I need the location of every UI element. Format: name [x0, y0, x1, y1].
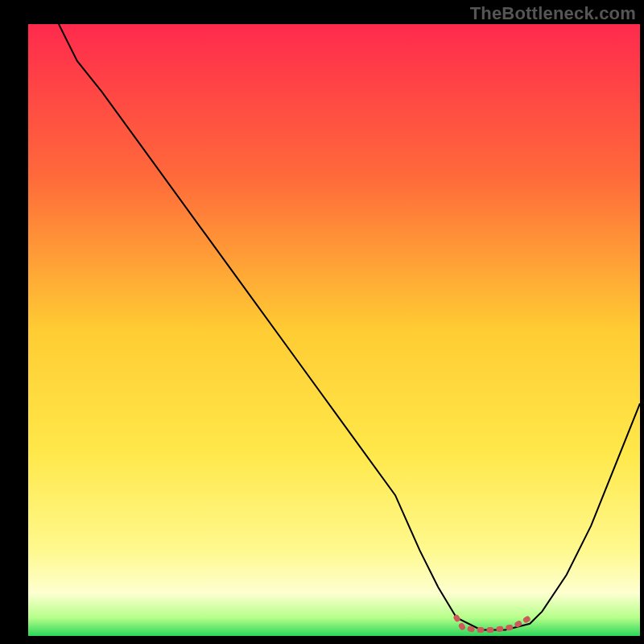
plot-area: [28, 24, 640, 636]
bottleneck-chart: [0, 0, 644, 644]
chart-frame: TheBottleneck.com: [0, 0, 644, 644]
watermark-text: TheBottleneck.com: [470, 3, 636, 24]
